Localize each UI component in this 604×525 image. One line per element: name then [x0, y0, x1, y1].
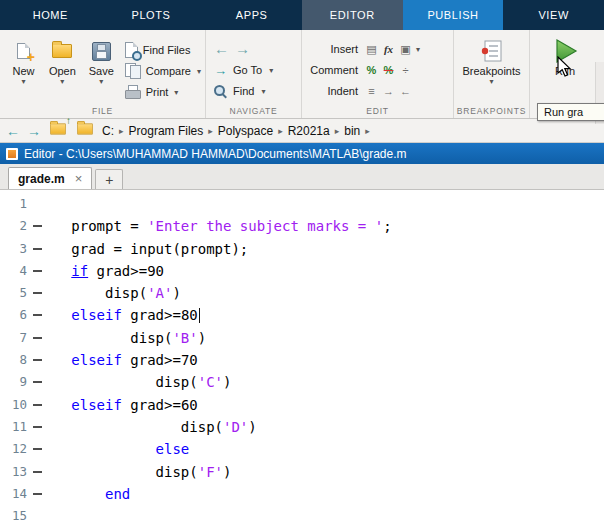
chevron-down-icon[interactable]: ▾ — [416, 45, 420, 54]
tab-grade-m[interactable]: grade.m × — [8, 167, 92, 189]
breadcrumb-separator-icon: ▸ — [335, 126, 340, 136]
run-tooltip: Run gra — [537, 103, 604, 121]
insert-row: Insert ▤ fx ▣ ▾ — [306, 40, 449, 58]
line-number: 12 — [0, 438, 30, 460]
back-arrow-icon[interactable]: ← — [6, 124, 20, 138]
up-one-level-icon[interactable]: ↑ — [48, 122, 68, 139]
uncomment-icon[interactable]: % — [381, 64, 396, 76]
breadcrumb-item[interactable]: C: — [102, 124, 114, 138]
token-plain: grad>=70 — [122, 352, 198, 368]
code-line[interactable]: 11 disp('D') — [0, 416, 604, 438]
find-files-button[interactable]: Find Files — [125, 41, 201, 59]
line-number: 4 — [0, 260, 30, 282]
chevron-down-icon[interactable]: ▾ — [489, 78, 493, 85]
chevron-down-icon[interactable]: ▾ — [261, 87, 265, 96]
breadcrumb-item[interactable]: Program Files — [129, 124, 204, 138]
code-text: prompt = 'Enter the subject marks = '; — [46, 215, 392, 237]
decrease-indent-icon[interactable]: ← — [398, 85, 413, 97]
new-button[interactable]: New ▾ — [4, 34, 43, 104]
breakpoints-button[interactable]: Breakpoints ▾ — [462, 34, 520, 104]
text-caret — [199, 308, 201, 323]
breadcrumb-item[interactable]: bin — [344, 124, 360, 138]
token-string: 'F' — [198, 464, 223, 480]
new-script-icon — [17, 38, 30, 64]
ribbon-tab-editor[interactable]: EDITOR — [302, 0, 403, 30]
chevron-down-icon[interactable]: ▾ — [99, 78, 103, 85]
code-line[interactable]: 1 — [0, 193, 604, 215]
executable-line-marker — [30, 371, 46, 393]
code-line[interactable]: 14 end — [0, 483, 604, 505]
forward-arrow-icon[interactable]: → — [27, 124, 41, 138]
code-text: disp('F') — [46, 461, 231, 483]
print-button[interactable]: Print ▾ — [125, 83, 201, 101]
ribbon-tab-publish[interactable]: PUBLISH — [403, 0, 504, 30]
token-plain — [46, 441, 156, 457]
line-number: 15 — [0, 505, 30, 525]
ribbon-tab-home[interactable]: HOME — [0, 0, 101, 30]
close-icon[interactable]: × — [75, 171, 83, 186]
code-lines: 12 prompt = 'Enter the subject marks = '… — [0, 193, 604, 525]
code-line[interactable]: 3 grad = input(prompt); — [0, 238, 604, 260]
code-line[interactable]: 12 else — [0, 438, 604, 460]
chevron-down-icon[interactable]: ▾ — [197, 67, 201, 76]
find-button[interactable]: Find ▾ — [210, 82, 297, 100]
ribbon-tab-apps[interactable]: APPS — [201, 0, 302, 30]
wrap-comments-icon[interactable]: ÷ — [398, 64, 413, 76]
token-keyword: else — [156, 441, 190, 457]
comment-icon[interactable]: % — [364, 64, 379, 76]
executable-line-marker — [30, 461, 46, 483]
increase-indent-icon[interactable]: → — [381, 85, 396, 97]
chevron-down-icon[interactable]: ▾ — [269, 66, 273, 75]
print-icon — [125, 85, 141, 100]
breadcrumb-item[interactable]: R2021a — [288, 124, 330, 138]
matlab-window: HOMEPLOTSAPPSEDITORPUBLISHVIEW New ▾ Ope… — [0, 0, 604, 525]
forward-arrow-icon[interactable]: → — [235, 42, 250, 56]
find-label: Find — [233, 85, 254, 97]
smart-indent-icon[interactable]: ≡ — [364, 85, 379, 97]
code-line[interactable]: 4 if grad>=90 — [0, 260, 604, 282]
chevron-down-icon[interactable]: ▾ — [21, 78, 25, 85]
browse-for-folder-icon[interactable] — [75, 122, 95, 139]
save-button[interactable]: Save ▾ — [82, 34, 121, 104]
find-icon — [214, 85, 227, 98]
code-editor[interactable]: 12 prompt = 'Enter the subject marks = '… — [0, 190, 604, 525]
code-line[interactable]: 2 prompt = 'Enter the subject marks = '; — [0, 215, 604, 237]
insert-image-icon[interactable]: ▣ — [398, 43, 413, 56]
ribbon-section-edit: Insert ▤ fx ▣ ▾ Comment % % ÷ Indent ≡ →… — [302, 30, 454, 118]
code-line[interactable]: 7 disp('B') — [0, 327, 604, 349]
current-folder-bar: ← → ↑ C:▸Program Files▸Polyspace▸R2021a▸… — [0, 119, 604, 143]
code-line[interactable]: 13 disp('F') — [0, 461, 604, 483]
insert-section-icon[interactable]: ▤ — [364, 43, 379, 56]
code-line[interactable]: 15 — [0, 505, 604, 525]
ribbon-tab-strip: HOMEPLOTSAPPSEDITORPUBLISHVIEW — [0, 0, 604, 30]
code-line[interactable]: 10 elseif grad>=60 — [0, 394, 604, 416]
code-text: grad = input(prompt); — [46, 238, 248, 260]
code-text: disp('C') — [46, 371, 231, 393]
ribbon-tab-plots[interactable]: PLOTS — [101, 0, 202, 30]
back-arrow-icon[interactable]: ← — [214, 42, 229, 56]
save-icon — [92, 38, 111, 64]
code-line[interactable]: 9 disp('C') — [0, 371, 604, 393]
chevron-down-icon[interactable]: ▾ — [174, 88, 178, 97]
token-plain: ) — [172, 285, 180, 301]
code-line[interactable]: 5 disp('A') — [0, 282, 604, 304]
token-keyword: elseif — [71, 307, 122, 323]
breadcrumb-item[interactable]: Polyspace — [218, 124, 273, 138]
editor-icon — [6, 148, 18, 160]
compare-button[interactable]: Compare ▾ — [125, 62, 201, 80]
goto-button[interactable]: → Go To ▾ — [210, 61, 297, 79]
breakpoints-section-label: BREAKPOINTS — [454, 106, 529, 116]
ribbon-tab-view[interactable]: VIEW — [503, 0, 604, 30]
insert-function-icon[interactable]: fx — [381, 43, 396, 55]
code-line[interactable]: 8 elseif grad>=70 — [0, 349, 604, 371]
open-button[interactable]: Open ▾ — [43, 34, 82, 104]
new-tab-button[interactable]: + — [95, 169, 123, 189]
token-plain: disp( — [46, 374, 198, 390]
file-small-buttons: Find Files Compare ▾ Print ▾ — [125, 34, 201, 104]
token-plain — [46, 486, 105, 502]
code-line[interactable]: 6 elseif grad>=80 — [0, 304, 604, 326]
token-string: 'B' — [172, 330, 197, 346]
executable-line-marker — [30, 304, 46, 326]
token-string: 'A' — [147, 285, 172, 301]
chevron-down-icon[interactable]: ▾ — [60, 78, 64, 85]
